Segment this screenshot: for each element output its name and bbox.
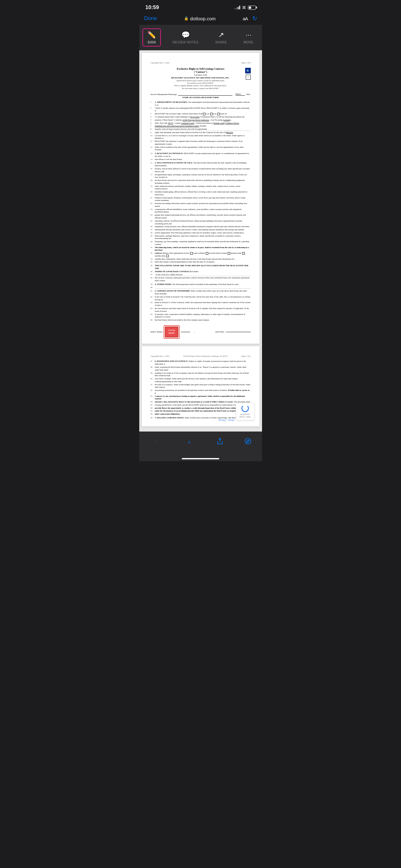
line-41: 41 5. CERTIFICATION OF OWNERSHIP: Seller… bbox=[151, 290, 251, 295]
recaptcha-spinner bbox=[241, 405, 249, 412]
line-36: 36 TERMS OF A PURCHASE CONTRACT: exclude… bbox=[151, 270, 251, 273]
privacy-terms[interactable]: Privacy · Terms bbox=[219, 419, 234, 422]
line-11: 11 REALTOR® the authority to appoint oth… bbox=[151, 140, 251, 146]
line-40: 40 bbox=[151, 286, 251, 289]
line-50: 50 such meter readings. Seller shall pro… bbox=[151, 377, 251, 383]
doc-product-of: A product of the bbox=[151, 74, 251, 76]
city-value: Miami bbox=[235, 93, 245, 96]
sign-label: SIGN bbox=[148, 41, 156, 44]
page-1-header: Copyright May 1, 2022 Page 1 of 6 bbox=[151, 62, 251, 64]
line-23: 23 components); affixed humidifiers; wat… bbox=[151, 208, 251, 214]
page-1-num: Page 1 of 6 bbox=[241, 62, 250, 64]
state-value: Ohio. bbox=[246, 93, 251, 96]
line-29: 29 dishwashers, garbage disposers, and t… bbox=[151, 235, 251, 240]
recaptcha-badge: reCAPTCHAPrivacy - Terms bbox=[236, 403, 255, 420]
line-17: 17 all appurtenant rights, privileges, e… bbox=[151, 174, 251, 179]
sign-icon: ✏️ bbox=[147, 31, 156, 39]
doc-main-title: Exclusive Right to Sell Listing Contract bbox=[151, 67, 251, 71]
line-8: 8 together with all improvements thereon… bbox=[151, 128, 251, 131]
firm-label: NAME OF LISTING REALTOR® FIRM bbox=[151, 96, 251, 99]
url-bar[interactable]: 🔒 dotloop.com bbox=[184, 16, 216, 21]
browser-bar: Done 🔒 dotloop.com aA ↻ bbox=[139, 13, 262, 25]
date-label: Date/Time: bbox=[215, 331, 224, 333]
doc-org: REALTOR® ALLIANCE OF GREATER CINCINNATI,… bbox=[151, 76, 251, 80]
page-2-address: 22343 Prospect Drive Southwest, Leesburg… bbox=[183, 355, 228, 358]
review-notes-icon: 💬 bbox=[181, 31, 190, 39]
signal-bar-4 bbox=[239, 6, 240, 9]
page-2-header: Copyright May 1, 2022 22343 Prospect Dri… bbox=[151, 355, 251, 358]
logos-area: R ⌂ bbox=[245, 68, 251, 80]
signal-bar-3 bbox=[238, 7, 239, 9]
line-21: 21 fireplace inserts/grates; fireplace s… bbox=[151, 196, 251, 202]
share-action-button[interactable] bbox=[216, 438, 223, 446]
equal-housing-logo: ⌂ bbox=[246, 75, 251, 80]
comma: , bbox=[234, 93, 234, 96]
font-size-button[interactable]: aA bbox=[243, 16, 248, 21]
signal-bar-1 bbox=[235, 8, 235, 9]
document-page-2: Copyright May 1, 2022 22343 Prospect Dri… bbox=[142, 346, 260, 427]
share-button[interactable]: ↗ SHARE bbox=[210, 28, 232, 46]
line-7: 7 Number(s) for each and every parcel in… bbox=[151, 125, 251, 127]
signal-bar-2 bbox=[236, 7, 237, 9]
more-label: MORE bbox=[244, 41, 254, 44]
section-2: 13 2. REALTOR® ACCEPTANCE: REALTOR® acce… bbox=[151, 152, 251, 161]
doc-approved: Approved by Board Legal Counsel, except … bbox=[151, 80, 251, 89]
signal-icon bbox=[235, 6, 240, 9]
line-51: 51 the time of occupancy. Seller acknowl… bbox=[151, 383, 251, 389]
firm-name-value: Success Management Brokerage bbox=[151, 93, 177, 96]
sign-button[interactable]: ✏️ SIGN bbox=[142, 28, 161, 46]
date-field: Date/Time: bbox=[215, 331, 250, 333]
toolbar: ✏️ SIGN 💬 REVIEW NOTES ↗ SHARE ··· MORE bbox=[139, 25, 262, 50]
share-label: SHARE bbox=[215, 41, 227, 44]
more-icon: ··· bbox=[245, 31, 251, 39]
line-31: 31 The following items, which are leased… bbox=[151, 246, 251, 252]
line-18: 18 the Real Estate and used in connectio… bbox=[151, 179, 251, 185]
line-12: 12 Seller will be notified at the time o… bbox=[151, 146, 251, 152]
section-3-exclusions: 35 THE FOLLOWING ITEMS ARE TO BE SPECIFI… bbox=[151, 264, 251, 282]
wifi-icon: ⌘ bbox=[242, 5, 246, 10]
line-48: 48 entity acquiring the Real Estate (her… bbox=[151, 366, 251, 372]
line-42: 42 in the sale as listed in Sections 3 &… bbox=[151, 296, 251, 301]
done-button[interactable]: Done bbox=[144, 15, 157, 22]
line-44: 44 the real property and other items lis… bbox=[151, 307, 251, 313]
document-page-1: Copyright May 1, 2022 Page 1 of 6 R ⌂ Ex… bbox=[142, 53, 260, 344]
line-32: 32 contract (please check appropriate bo… bbox=[151, 252, 251, 257]
page-2-num: Page 2 of 6 bbox=[241, 355, 250, 358]
date-underline bbox=[226, 332, 251, 332]
svg-point-1 bbox=[245, 438, 251, 444]
forward-button[interactable]: › bbox=[183, 436, 195, 449]
status-bar: 10:59 ⌘ bbox=[139, 0, 262, 13]
document-container: Copyright May 1, 2022 Page 1 of 6 R ⌂ Ex… bbox=[139, 50, 262, 432]
back-button[interactable]: ‹ bbox=[149, 436, 162, 449]
more-button[interactable]: ··· MORE bbox=[239, 28, 259, 46]
line-28: 28 (where applicable); The following app… bbox=[151, 231, 251, 234]
line-20: 20 shrubbery/landscaping; affixed mirror… bbox=[151, 191, 251, 196]
line-4: 4 ("Commencement Date") until midnight o… bbox=[151, 116, 251, 118]
browser-actions: aA ↻ bbox=[243, 15, 257, 22]
line-14: 14 best efforts to sell the Real Estate. bbox=[151, 158, 251, 161]
battery-fill bbox=[249, 6, 252, 9]
doc-title-section: Exclusive Right to Sell Listing Contract… bbox=[151, 67, 251, 90]
line-35: 35 THE FOLLOWING ITEMS ARE TO BE SPECIFI… bbox=[151, 264, 251, 270]
compass-button[interactable] bbox=[244, 438, 252, 446]
time: 10:59 bbox=[145, 4, 159, 11]
line-5: 5 property ("Real Estate"): Address 2234… bbox=[151, 119, 251, 122]
section-4: 39 4. OTHER ITEMS: The following items s… bbox=[151, 283, 251, 289]
line-6: 6 Ohio, Zip Code 20175 , County Loudoun … bbox=[151, 122, 251, 125]
line-47: 47 6. POSSESSION AND OCCUPANCY: Subject … bbox=[151, 360, 251, 366]
click-here-container[interactable]: CLICKHERE bbox=[165, 327, 178, 337]
line-43: 43 listed in Section 11 of this Contract… bbox=[151, 301, 251, 307]
line-num-1: 1 bbox=[151, 101, 155, 106]
line-3: 3 REALTOR® the exclusive right, without … bbox=[151, 113, 251, 115]
line-46: 46 the Real Estate shall be provided to … bbox=[151, 319, 251, 321]
line-54: 54 attorney's fees, incurred by Buyer to… bbox=[151, 401, 251, 403]
line-22: 22 brackets (excluding televisions and/o… bbox=[151, 202, 251, 208]
line-9: 9 rights and easements and other items l… bbox=[151, 131, 251, 134]
line-1-text: 1. APPOINTMENT OF REALTOR®: The undersig… bbox=[155, 101, 251, 106]
initials-label: Seller's Initials bbox=[151, 331, 163, 333]
initials-line bbox=[181, 332, 190, 332]
section-1: 1 1. APPOINTMENT OF REALTOR®: The unders… bbox=[151, 101, 251, 151]
review-notes-button[interactable]: 💬 REVIEW NOTES bbox=[168, 28, 204, 46]
refresh-button[interactable]: ↻ bbox=[252, 15, 257, 22]
click-here-button[interactable]: CLICKHERE bbox=[165, 327, 178, 337]
